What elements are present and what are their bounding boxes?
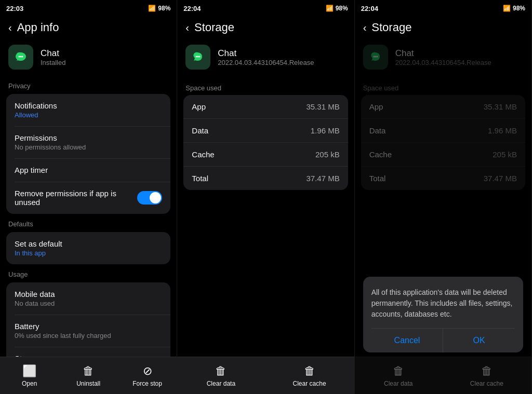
svg-point-10 bbox=[373, 56, 375, 58]
notifications-value: Allowed bbox=[15, 111, 162, 119]
uninstall-icon: 🗑 bbox=[83, 364, 94, 378]
sr-data-value: 1.96 MB bbox=[488, 126, 517, 135]
clear-cache-icon-middle: 🗑 bbox=[304, 364, 315, 378]
usage-section-label: Usage bbox=[0, 266, 177, 280]
storage-total-value: 37.47 MB bbox=[306, 174, 339, 183]
sr-cache-label: Cache bbox=[369, 150, 392, 159]
force-stop-icon: ⊘ bbox=[143, 364, 152, 378]
svg-point-8 bbox=[199, 56, 201, 58]
status-time-3: 22:04 bbox=[361, 5, 378, 12]
back-button-1[interactable]: ‹ bbox=[8, 22, 12, 34]
clear-cache-label-right: Clear cache bbox=[470, 380, 503, 387]
toggle-knob bbox=[150, 192, 161, 203]
app-timer-label: App timer bbox=[15, 166, 162, 174]
sr-total-value: 37.47 MB bbox=[484, 174, 517, 183]
remove-permissions-item[interactable]: Remove permissions if app is unused bbox=[6, 182, 170, 214]
open-label: Open bbox=[22, 380, 37, 387]
storage-app-info-middle: Chat 2022.04.03.443106454.Release bbox=[218, 48, 314, 66]
battery-2: 98% bbox=[336, 5, 348, 12]
set-default-value: In this app bbox=[15, 249, 162, 257]
clear-data-button-middle[interactable]: 🗑 Clear data bbox=[205, 364, 236, 387]
clear-cache-button-middle[interactable]: 🗑 Clear cache bbox=[293, 364, 326, 387]
storage-app-version-right: 2022.04.03.443106454.Release bbox=[395, 59, 491, 66]
dialog-text: All of this application's data will be d… bbox=[371, 287, 515, 320]
sr-total-label: Total bbox=[369, 174, 386, 183]
set-default-item[interactable]: Set as default In this app bbox=[6, 232, 170, 264]
permissions-label: Permissions bbox=[15, 133, 162, 142]
defaults-card: Set as default In this app bbox=[6, 232, 170, 264]
storage-panel-right: 22:04 📶 98% ‹ Storage Chat 2022.04.03.44… bbox=[355, 0, 532, 394]
status-time-1: 22:03 bbox=[6, 5, 23, 12]
svg-point-12 bbox=[376, 56, 378, 58]
sr-app-label: App bbox=[369, 102, 383, 111]
clear-data-label-middle: Clear data bbox=[207, 380, 235, 387]
dialog-buttons: Cancel OK bbox=[371, 328, 515, 352]
battery-value: 0% used since last fully charged bbox=[15, 332, 162, 339]
battery-item[interactable]: Battery 0% used since last fully charged bbox=[6, 315, 170, 347]
app-timer-item[interactable]: App timer bbox=[6, 158, 170, 182]
app-info-panel: 22:03 📶 98% ‹ App info Chat Installed Pr bbox=[0, 0, 177, 394]
battery-label: Battery bbox=[15, 322, 162, 331]
set-default-label: Set as default bbox=[15, 239, 162, 248]
bottom-bar-1: ⬜ Open 🗑 Uninstall ⊘ Force stop bbox=[0, 357, 177, 394]
storage-total-row: Total 37.47 MB bbox=[183, 167, 348, 190]
privacy-section-label: Privacy bbox=[0, 78, 177, 92]
storage-title-right: Storage bbox=[371, 21, 411, 34]
storage-app-info-right: Chat 2022.04.03.443106454.Release bbox=[395, 48, 491, 66]
battery-1: 98% bbox=[158, 5, 170, 12]
svg-point-7 bbox=[197, 56, 199, 58]
confirm-dialog: All of this application's data will be d… bbox=[363, 277, 523, 352]
storage-app-icon-right bbox=[363, 45, 388, 70]
svg-point-3 bbox=[20, 56, 22, 58]
storage-header-middle: ‹ Storage bbox=[177, 17, 354, 40]
clear-data-label-right: Clear data bbox=[384, 380, 413, 387]
bottom-bar-2: 🗑 Clear data 🗑 Clear cache bbox=[177, 357, 354, 394]
uninstall-button[interactable]: 🗑 Uninstall bbox=[73, 364, 104, 387]
dialog-ok-button[interactable]: OK bbox=[443, 329, 515, 352]
storage-cache-value: 205 kB bbox=[315, 150, 340, 159]
back-button-2[interactable]: ‹ bbox=[185, 22, 189, 34]
storage-total-row-r: Total 37.47 MB bbox=[361, 167, 525, 190]
mobile-data-value: No data used bbox=[15, 300, 162, 307]
status-bar-3: 22:04 📶 98% bbox=[355, 0, 531, 17]
storage-rows-right: App 35.31 MB Data 1.96 MB Cache 205 kB T… bbox=[361, 95, 525, 190]
status-bar-2: 22:04 📶 98% bbox=[177, 0, 354, 17]
back-button-3[interactable]: ‹ bbox=[363, 22, 367, 34]
app-info-row: Chat Installed bbox=[0, 40, 177, 78]
sr-data-label: Data bbox=[369, 126, 386, 135]
dialog-cancel-button[interactable]: Cancel bbox=[371, 329, 443, 352]
storage-rows-middle: App 35.31 MB Data 1.96 MB Cache 205 kB T… bbox=[183, 95, 348, 190]
storage-header-right: ‹ Storage bbox=[355, 17, 531, 40]
storage-app-name-right: Chat bbox=[395, 48, 491, 59]
permissions-value: No permissions allowed bbox=[15, 143, 162, 151]
wifi-icon: 📶 bbox=[148, 5, 156, 12]
bottom-bar-3: 🗑 Clear data 🗑 Clear cache bbox=[355, 357, 531, 394]
svg-point-4 bbox=[22, 56, 23, 58]
svg-point-6 bbox=[196, 56, 197, 58]
defaults-section-label: Defaults bbox=[0, 216, 177, 230]
storage-title-middle: Storage bbox=[194, 21, 234, 34]
status-icons-3: 📶 98% bbox=[503, 5, 525, 12]
open-button[interactable]: ⬜ Open bbox=[14, 364, 45, 387]
wifi-icon-3: 📶 bbox=[503, 5, 511, 12]
sr-app-value: 35.31 MB bbox=[484, 102, 517, 111]
remove-permissions-label: Remove permissions if app is unused bbox=[15, 189, 136, 207]
storage-data-row: Data 1.96 MB bbox=[183, 119, 348, 143]
space-used-label-middle: Space used bbox=[177, 78, 354, 95]
app-info-title: App info bbox=[17, 21, 59, 34]
battery-3: 98% bbox=[513, 5, 525, 12]
storage-data-row-r: Data 1.96 MB bbox=[361, 119, 525, 143]
notifications-item[interactable]: Notifications Allowed bbox=[6, 94, 170, 126]
storage-cache-label: Cache bbox=[192, 150, 214, 159]
app-icon bbox=[8, 45, 33, 70]
remove-permissions-toggle[interactable] bbox=[137, 191, 162, 205]
clear-data-icon-middle: 🗑 bbox=[215, 364, 227, 378]
svg-point-11 bbox=[375, 56, 376, 58]
storage-app-row-middle: Chat 2022.04.03.443106454.Release bbox=[177, 40, 354, 78]
status-bar-1: 22:03 📶 98% bbox=[0, 0, 177, 17]
permissions-item[interactable]: Permissions No permissions allowed bbox=[6, 126, 170, 158]
force-stop-button[interactable]: ⊘ Force stop bbox=[132, 364, 163, 387]
space-used-label-right: Space used bbox=[355, 78, 531, 95]
mobile-data-item[interactable]: Mobile data No data used bbox=[6, 282, 170, 315]
storage-panel-middle: 22:04 📶 98% ‹ Storage Chat 2022.04.03.44… bbox=[177, 0, 354, 394]
